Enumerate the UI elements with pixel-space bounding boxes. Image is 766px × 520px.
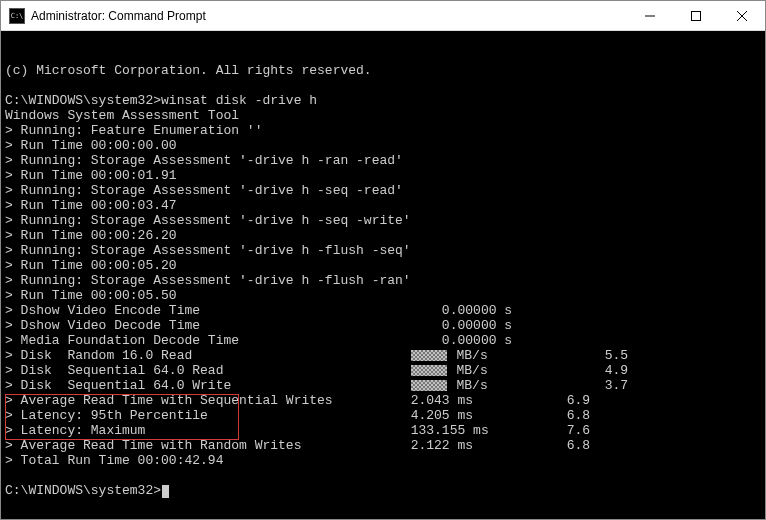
redacted-value <box>411 380 447 391</box>
console-line: > Disk Sequential 64.0 Write MB/s 3.7 <box>5 378 761 393</box>
console-line: Windows System Assessment Tool <box>5 108 761 123</box>
console-line: > Run Time 00:00:26.20 <box>5 228 761 243</box>
console-line: > Latency: 95th Percentile 4.205 ms 6.8 <box>5 408 761 423</box>
redacted-value <box>411 365 447 376</box>
svg-rect-1 <box>692 11 701 20</box>
window-controls <box>627 1 765 30</box>
console-line: C:\WINDOWS\system32>winsat disk -drive h <box>5 93 761 108</box>
console-line: > Running: Storage Assessment '-drive h … <box>5 153 761 168</box>
console-line: > Disk Sequential 64.0 Read MB/s 4.9 <box>5 363 761 378</box>
console-line: (c) Microsoft Corporation. All rights re… <box>5 63 761 78</box>
minimize-button[interactable] <box>627 1 673 30</box>
console-line: > Latency: Maximum 133.155 ms 7.6 <box>5 423 761 438</box>
console-line: > Disk Random 16.0 Read MB/s 5.5 <box>5 348 761 363</box>
console-line: > Average Read Time with Random Writes 2… <box>5 438 761 453</box>
console-line: > Average Read Time with Sequential Writ… <box>5 393 761 408</box>
console-line: > Dshow Video Encode Time 0.00000 s <box>5 303 761 318</box>
console-line <box>5 78 761 93</box>
console-line: > Running: Storage Assessment '-drive h … <box>5 273 761 288</box>
cmd-icon: C:\ <box>9 8 25 24</box>
console-line: > Total Run Time 00:00:42.94 <box>5 453 761 468</box>
prompt-line: C:\WINDOWS\system32> <box>5 483 761 498</box>
console-line: > Running: Feature Enumeration '' <box>5 123 761 138</box>
console-line: > Run Time 00:00:05.50 <box>5 288 761 303</box>
console-line <box>5 468 761 483</box>
console-line: > Run Time 00:00:05.20 <box>5 258 761 273</box>
console-line: > Run Time 00:00:01.91 <box>5 168 761 183</box>
console-line: > Running: Storage Assessment '-drive h … <box>5 243 761 258</box>
console-line: > Run Time 00:00:03.47 <box>5 198 761 213</box>
console-line: > Media Foundation Decode Time 0.00000 s <box>5 333 761 348</box>
cursor <box>162 485 169 498</box>
window-title: Administrator: Command Prompt <box>31 9 627 23</box>
console-output[interactable]: (c) Microsoft Corporation. All rights re… <box>1 31 765 519</box>
console-line: > Running: Storage Assessment '-drive h … <box>5 183 761 198</box>
console-line: > Run Time 00:00:00.00 <box>5 138 761 153</box>
titlebar[interactable]: C:\ Administrator: Command Prompt <box>1 1 765 31</box>
console-line: > Dshow Video Decode Time 0.00000 s <box>5 318 761 333</box>
close-button[interactable] <box>719 1 765 30</box>
console-line: > Running: Storage Assessment '-drive h … <box>5 213 761 228</box>
redacted-value <box>411 350 447 361</box>
maximize-button[interactable] <box>673 1 719 30</box>
